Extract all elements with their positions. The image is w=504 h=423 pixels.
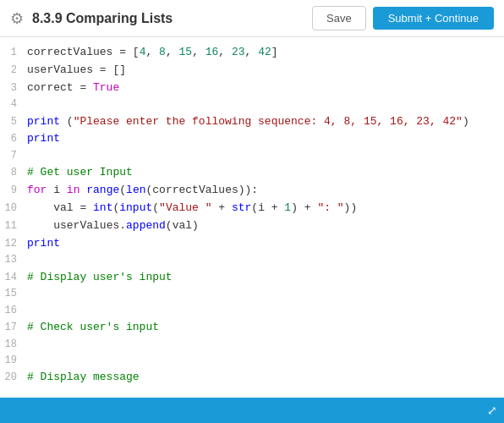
line-number: 9 xyxy=(3,183,27,199)
table-row: 13 xyxy=(0,252,504,268)
line-number: 1 xyxy=(3,45,27,61)
table-row: 18 xyxy=(0,337,504,353)
table-row: 17# Check user's input xyxy=(0,319,504,337)
line-number: 11 xyxy=(3,218,27,234)
line-number: 2 xyxy=(3,63,27,79)
table-row: 4 xyxy=(0,96,504,113)
code-text: userValues.append(val) xyxy=(27,217,199,235)
table-row: 11 userValues.append(val) xyxy=(0,217,504,235)
table-row: 6print xyxy=(0,130,504,148)
code-text: userValues = [] xyxy=(27,62,126,80)
line-number: 4 xyxy=(3,96,27,113)
code-text: print ("Please enter the following seque… xyxy=(27,113,469,131)
line-number: 5 xyxy=(3,114,27,130)
code-text: # Check user's input xyxy=(27,319,159,337)
table-row: 1correctValues = [4, 8, 15, 16, 23, 42] xyxy=(0,44,504,62)
line-number: 12 xyxy=(3,236,27,252)
table-row: 12print xyxy=(0,235,504,253)
table-row: 15 xyxy=(0,286,504,302)
line-number: 3 xyxy=(3,80,27,96)
table-row: 5print ("Please enter the following sequ… xyxy=(0,113,504,131)
table-row: 3correct = True xyxy=(0,80,504,97)
code-text: correctValues = [4, 8, 15, 16, 23, 42] xyxy=(27,44,278,62)
line-number: 7 xyxy=(3,148,27,164)
table-row: 2userValues = [] xyxy=(0,62,504,80)
line-number: 10 xyxy=(3,201,27,217)
page-title: 8.3.9 Comparing Lists xyxy=(32,11,312,26)
save-button[interactable]: Save xyxy=(312,6,366,30)
settings-icon: ⚙ xyxy=(10,9,24,28)
line-number: 19 xyxy=(3,353,27,369)
expand-icon[interactable]: ⤢ xyxy=(487,404,497,417)
line-number: 14 xyxy=(3,270,27,286)
table-row: 20# Display message xyxy=(0,369,504,387)
line-number: 8 xyxy=(3,165,27,181)
code-text: print xyxy=(27,235,60,253)
table-row: 10 val = int(input("Value " + str(i + 1)… xyxy=(0,200,504,217)
line-number: 16 xyxy=(3,303,27,319)
line-number: 17 xyxy=(3,320,27,336)
line-number: 15 xyxy=(3,286,27,302)
code-text: # Get user Input xyxy=(27,164,133,182)
footer-bar: ⤢ xyxy=(0,398,504,423)
code-text: for i in range(len(correctValues)): xyxy=(27,182,258,200)
line-number: 13 xyxy=(3,252,27,268)
code-text: val = int(input("Value " + str(i + 1) + … xyxy=(27,200,357,217)
line-number: 6 xyxy=(3,131,27,147)
table-row: 19 xyxy=(0,353,504,369)
code-text: print xyxy=(27,130,60,148)
line-number: 18 xyxy=(3,337,27,353)
table-row: 7 xyxy=(0,148,504,164)
code-text: correct = True xyxy=(27,80,119,97)
code-text: # Display message xyxy=(27,369,140,387)
table-row: 8# Get user Input xyxy=(0,164,504,182)
line-number: 20 xyxy=(3,370,27,386)
code-editor[interactable]: 1correctValues = [4, 8, 15, 16, 23, 42]2… xyxy=(0,37,504,398)
table-row: 9for i in range(len(correctValues)): xyxy=(0,182,504,200)
table-row: 14# Display user's input xyxy=(0,269,504,287)
code-text: # Display user's input xyxy=(27,269,173,287)
header: ⚙ 8.3.9 Comparing Lists Save Submit + Co… xyxy=(0,0,504,37)
table-row: 16 xyxy=(0,303,504,319)
submit-button[interactable]: Submit + Continue xyxy=(373,7,494,30)
